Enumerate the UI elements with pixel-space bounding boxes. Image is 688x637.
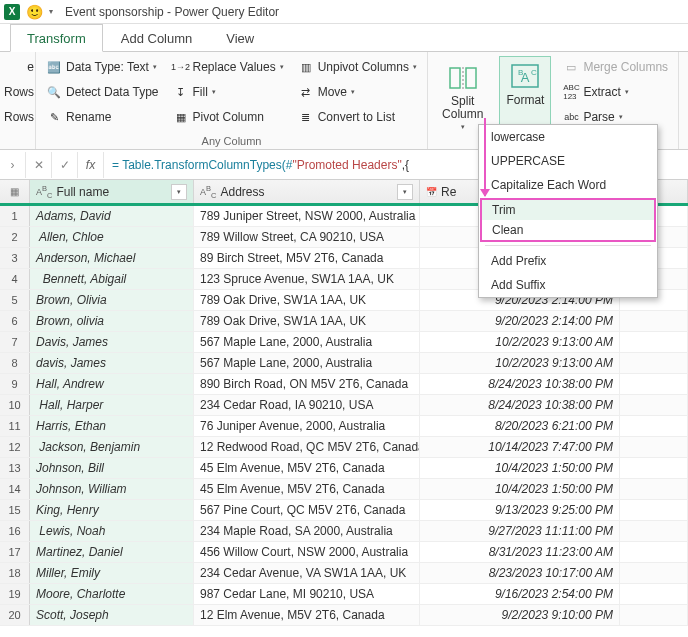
cell-address[interactable]: 12 Redwood Road, QC M5V 2T6, Canada bbox=[194, 437, 420, 457]
unpivot-columns-button[interactable]: ▥Unpivot Columns▾ bbox=[296, 56, 419, 78]
cell-last[interactable] bbox=[620, 479, 688, 499]
table-row[interactable]: 20Scott, Joseph12 Elm Avenue, M5V 2T6, C… bbox=[0, 605, 688, 626]
cell-date[interactable]: 8/24/2023 10:38:00 PM bbox=[420, 395, 620, 415]
cell-last[interactable] bbox=[620, 542, 688, 562]
cell-last[interactable] bbox=[620, 416, 688, 436]
cell-last[interactable] bbox=[620, 584, 688, 604]
move-button[interactable]: ⇄Move▾ bbox=[296, 81, 419, 103]
fx-icon[interactable]: fx bbox=[78, 152, 104, 178]
cell-last[interactable] bbox=[620, 311, 688, 331]
table-row[interactable]: 11Harris, Ethan76 Juniper Avenue, 2000, … bbox=[0, 416, 688, 437]
row-number[interactable]: 12 bbox=[0, 437, 30, 457]
table-row[interactable]: 19Moore, Charlotte987 Cedar Lane, MI 902… bbox=[0, 584, 688, 605]
cell-full-name[interactable]: Lewis, Noah bbox=[30, 521, 194, 541]
cell-last[interactable] bbox=[620, 374, 688, 394]
cell-address[interactable]: 234 Cedar Road, IA 90210, USA bbox=[194, 395, 420, 415]
cell-full-name[interactable]: Johnson, Bill bbox=[30, 458, 194, 478]
cell-full-name[interactable]: Scott, Joseph bbox=[30, 605, 194, 625]
cell-date[interactable]: 8/20/2023 6:21:00 PM bbox=[420, 416, 620, 436]
data-type-button[interactable]: 🔤Data Type: Text▾ bbox=[44, 56, 161, 78]
row-number[interactable]: 7 bbox=[0, 332, 30, 352]
cell-date[interactable]: 8/23/2023 10:17:00 AM bbox=[420, 563, 620, 583]
cell-last[interactable] bbox=[620, 395, 688, 415]
menu-trim[interactable]: Trim bbox=[482, 200, 654, 220]
column-header-address[interactable]: ABC Address ▾ bbox=[194, 180, 420, 203]
cell-full-name[interactable]: Harris, Ethan bbox=[30, 416, 194, 436]
cell-full-name[interactable]: Anderson, Michael bbox=[30, 248, 194, 268]
cell-date[interactable]: 10/2/2023 9:13:00 AM bbox=[420, 353, 620, 373]
cell-date[interactable]: 10/14/2023 7:47:00 PM bbox=[420, 437, 620, 457]
table-row[interactable]: 9Hall, Andrew890 Birch Road, ON M5V 2T6,… bbox=[0, 374, 688, 395]
row-number[interactable]: 20 bbox=[0, 605, 30, 625]
rename-button[interactable]: ✎Rename bbox=[44, 106, 161, 128]
pivot-column-button[interactable]: ▦Pivot Column bbox=[171, 106, 286, 128]
row-number[interactable]: 16 bbox=[0, 521, 30, 541]
table-row[interactable]: 17Martinez, Daniel456 Willow Court, NSW … bbox=[0, 542, 688, 563]
cell-last[interactable] bbox=[620, 353, 688, 373]
convert-to-list-button[interactable]: ≣Convert to List bbox=[296, 106, 419, 128]
cell-full-name[interactable]: Jackson, Benjamin bbox=[30, 437, 194, 457]
tab-view[interactable]: View bbox=[210, 25, 270, 51]
tab-add-column[interactable]: Add Column bbox=[105, 25, 209, 51]
formula-accept-button[interactable]: ✓ bbox=[52, 152, 78, 178]
cell-full-name[interactable]: Allen, Chloe bbox=[30, 227, 194, 247]
cell-date[interactable]: 9/2/2023 9:10:00 PM bbox=[420, 605, 620, 625]
cell-date[interactable]: 9/20/2023 2:14:00 PM bbox=[420, 311, 620, 331]
menu-uppercase[interactable]: UPPERCASE bbox=[479, 149, 657, 173]
row-number[interactable]: 4 bbox=[0, 269, 30, 289]
row-number[interactable]: 14 bbox=[0, 479, 30, 499]
table-row[interactable]: 10 Hall, Harper234 Cedar Road, IA 90210,… bbox=[0, 395, 688, 416]
cell-address[interactable]: 45 Elm Avenue, M5V 2T6, Canada bbox=[194, 479, 420, 499]
row-number[interactable]: 19 bbox=[0, 584, 30, 604]
cell-address[interactable]: 76 Juniper Avenue, 2000, Australia bbox=[194, 416, 420, 436]
cell-address[interactable]: 45 Elm Avenue, M5V 2T6, Canada bbox=[194, 458, 420, 478]
cell-last[interactable] bbox=[620, 500, 688, 520]
cell-last[interactable] bbox=[620, 437, 688, 457]
cell-date[interactable]: 9/27/2023 11:11:00 PM bbox=[420, 521, 620, 541]
cell-address[interactable]: 234 Maple Road, SA 2000, Australia bbox=[194, 521, 420, 541]
table-row[interactable]: 6Brown, olivia789 Oak Drive, SW1A 1AA, U… bbox=[0, 311, 688, 332]
cell-date[interactable]: 10/4/2023 1:50:00 PM bbox=[420, 458, 620, 478]
cell-date[interactable]: 9/16/2023 2:54:00 PM bbox=[420, 584, 620, 604]
cell-address[interactable]: 12 Elm Avenue, M5V 2T6, Canada bbox=[194, 605, 420, 625]
cell-address[interactable]: 123 Spruce Avenue, SW1A 1AA, UK bbox=[194, 269, 420, 289]
cell-address[interactable]: 567 Maple Lane, 2000, Australia bbox=[194, 353, 420, 373]
row-number[interactable]: 1 bbox=[0, 206, 30, 226]
cell-full-name[interactable]: davis, James bbox=[30, 353, 194, 373]
cell-address[interactable]: 789 Oak Drive, SW1A 1AA, UK bbox=[194, 290, 420, 310]
cell-full-name[interactable]: Hall, Harper bbox=[30, 395, 194, 415]
cell-date[interactable]: 10/2/2023 9:13:00 AM bbox=[420, 332, 620, 352]
cell-last[interactable] bbox=[620, 332, 688, 352]
row-number[interactable]: 2 bbox=[0, 227, 30, 247]
table-row[interactable]: 18Miller, Emily234 Cedar Avenue, VA SW1A… bbox=[0, 563, 688, 584]
cell-full-name[interactable]: Davis, James bbox=[30, 332, 194, 352]
cell-last[interactable] bbox=[620, 458, 688, 478]
column-header-full-name[interactable]: ABC Full name ▾ bbox=[30, 180, 194, 203]
row-number[interactable]: 13 bbox=[0, 458, 30, 478]
column-filter-icon[interactable]: ▾ bbox=[171, 184, 187, 200]
cell-full-name[interactable]: Hall, Andrew bbox=[30, 374, 194, 394]
cell-date[interactable]: 10/4/2023 1:50:00 PM bbox=[420, 479, 620, 499]
tab-transform[interactable]: Transform bbox=[10, 24, 103, 52]
row-number[interactable]: 8 bbox=[0, 353, 30, 373]
cell-date[interactable]: 9/13/2023 9:25:00 PM bbox=[420, 500, 620, 520]
cell-full-name[interactable]: King, Henry bbox=[30, 500, 194, 520]
table-row[interactable]: 16 Lewis, Noah234 Maple Road, SA 2000, A… bbox=[0, 521, 688, 542]
table-row[interactable]: 14Johnson, William45 Elm Avenue, M5V 2T6… bbox=[0, 479, 688, 500]
row-number[interactable]: 9 bbox=[0, 374, 30, 394]
cell-address[interactable]: 456 Willow Court, NSW 2000, Australia bbox=[194, 542, 420, 562]
row-number[interactable]: 11 bbox=[0, 416, 30, 436]
qat-dropdown-icon[interactable]: ▾ bbox=[49, 7, 53, 16]
cell-last[interactable] bbox=[620, 605, 688, 625]
row-number[interactable]: 10 bbox=[0, 395, 30, 415]
cell-full-name[interactable]: Bennett, Abigail bbox=[30, 269, 194, 289]
row-number[interactable]: 6 bbox=[0, 311, 30, 331]
detect-data-type-button[interactable]: 🔍Detect Data Type bbox=[44, 81, 161, 103]
row-number[interactable]: 18 bbox=[0, 563, 30, 583]
cell-date[interactable]: 8/31/2023 11:23:00 AM bbox=[420, 542, 620, 562]
table-row[interactable]: 7Davis, James567 Maple Lane, 2000, Austr… bbox=[0, 332, 688, 353]
row-number[interactable]: 17 bbox=[0, 542, 30, 562]
table-row[interactable]: 12 Jackson, Benjamin12 Redwood Road, QC … bbox=[0, 437, 688, 458]
row-number[interactable]: 5 bbox=[0, 290, 30, 310]
cell-address[interactable]: 890 Birch Road, ON M5V 2T6, Canada bbox=[194, 374, 420, 394]
